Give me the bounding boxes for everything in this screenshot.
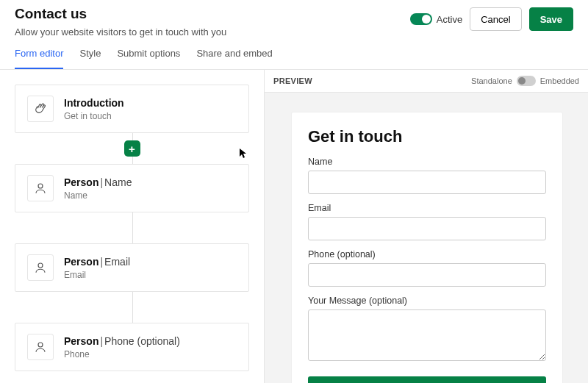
active-toggle-label: Active (437, 14, 462, 25)
block-person-phone[interactable]: Person|Phone (optional) Phone (15, 323, 249, 371)
editor-column: Introduction Get in touch + Person|Name … (0, 70, 265, 383)
cancel-button[interactable]: Cancel (470, 7, 521, 31)
block-subtitle: Email (64, 270, 130, 280)
preview-form: Get in touch Name Email Phone (optional)… (291, 112, 563, 383)
block-person-email[interactable]: Person|Email Email (15, 243, 249, 292)
block-title: Person|Phone (optional) (64, 335, 180, 347)
tab-form-editor[interactable]: Form editor (15, 48, 63, 69)
block-title: Person|Email (64, 256, 130, 268)
preview-column: PREVIEW Standalone Embedded Get in touch… (265, 70, 588, 383)
tab-style[interactable]: Style (79, 48, 101, 69)
name-input[interactable] (308, 171, 546, 194)
person-icon (27, 254, 54, 281)
block-subtitle: Name (64, 190, 132, 201)
preview-label: PREVIEW (273, 76, 312, 85)
block-subtitle: Phone (64, 349, 180, 359)
block-subtitle: Get in touch (64, 111, 124, 121)
field-label-message: Your Message (optional) (308, 296, 546, 306)
block-introduction[interactable]: Introduction Get in touch (15, 85, 249, 133)
block-title: Person|Name (64, 176, 132, 188)
wave-icon (27, 96, 54, 122)
tab-share-embed[interactable]: Share and embed (196, 48, 272, 69)
mode-embedded-label: Embedded (540, 76, 579, 85)
connector (15, 212, 249, 243)
mode-standalone-label: Standalone (471, 76, 512, 85)
active-toggle[interactable] (410, 13, 432, 25)
svg-point-0 (38, 184, 43, 188)
person-icon (27, 175, 54, 201)
email-input[interactable] (308, 217, 546, 240)
submit-button[interactable]: Submit (308, 376, 546, 383)
connector (15, 292, 249, 323)
page-title: Contact us (15, 6, 226, 22)
phone-input[interactable] (308, 263, 546, 287)
svg-point-1 (38, 263, 43, 268)
mode-toggle[interactable] (517, 76, 536, 86)
tab-submit-options[interactable]: Submit options (117, 48, 180, 69)
page-header: Contact us Allow your website visitors t… (0, 0, 588, 37)
save-button[interactable]: Save (529, 7, 573, 31)
person-icon (27, 334, 54, 360)
connector: + (15, 133, 249, 164)
field-label-email: Email (308, 203, 546, 213)
form-title: Get in touch (308, 127, 546, 146)
field-label-phone: Phone (optional) (308, 249, 546, 259)
preview-mode-switch[interactable]: Standalone Embedded (471, 76, 579, 86)
tab-bar: Form editor Style Submit options Share a… (0, 37, 588, 70)
svg-point-2 (38, 343, 43, 347)
block-title: Introduction (64, 97, 124, 109)
field-label-name: Name (308, 157, 546, 167)
add-block-button[interactable]: + (124, 140, 140, 157)
block-person-name[interactable]: Person|Name Name (15, 164, 249, 212)
page-description: Allow your website visitors to get in to… (15, 26, 226, 37)
message-input[interactable] (308, 309, 546, 361)
